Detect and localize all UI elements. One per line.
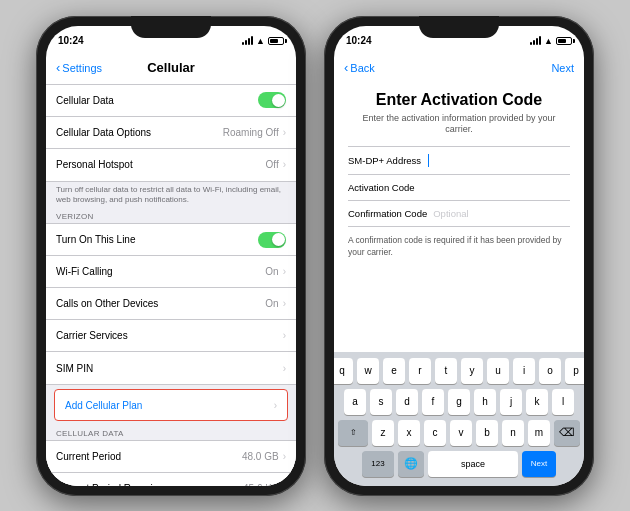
sim-pin-right: › bbox=[283, 363, 286, 374]
battery-icon-1 bbox=[268, 37, 284, 45]
key-next[interactable]: Next bbox=[522, 451, 556, 477]
phone-1-screen: 10:24 ▲ ‹ Se bbox=[46, 26, 296, 486]
chevron-carrier-services: › bbox=[283, 330, 286, 341]
current-period-label: Current Period bbox=[56, 451, 121, 462]
chevron-wifi-calling: › bbox=[283, 266, 286, 277]
key-emoji[interactable]: 🌐 bbox=[398, 451, 424, 477]
key-c[interactable]: c bbox=[424, 420, 446, 446]
signal-icon-2 bbox=[530, 36, 541, 45]
key-x[interactable]: x bbox=[398, 420, 420, 446]
current-period-roaming-value: 45.6 KB bbox=[243, 483, 279, 485]
activation-subtitle: Enter the activation information provide… bbox=[348, 113, 570, 136]
cellular-note: Turn off cellular data to restrict all d… bbox=[46, 182, 296, 209]
nav-bar-2: ‹ Back Next bbox=[334, 52, 584, 84]
keyboard: q w e r t y u i o p a s d f g h bbox=[334, 352, 584, 486]
key-w[interactable]: w bbox=[357, 358, 379, 384]
current-period-right: 48.0 GB › bbox=[242, 451, 286, 462]
personal-hotspot-right: Off › bbox=[266, 159, 287, 170]
list-item-calls-other-devices[interactable]: Calls on Other Devices On › bbox=[46, 288, 296, 320]
key-i[interactable]: i bbox=[513, 358, 535, 384]
keyboard-row-3: ⇧ z x c v b n m ⌫ bbox=[338, 420, 580, 446]
back-button-1[interactable]: ‹ Settings bbox=[56, 60, 102, 75]
list-item-current-period-roaming[interactable]: Current Period Roaming 45.6 KB › bbox=[46, 473, 296, 485]
verizon-group: Turn On This Line Wi-Fi Calling On › Cal… bbox=[46, 223, 296, 385]
chevron-calls-other: › bbox=[283, 298, 286, 309]
phone-1: 10:24 ▲ ‹ Se bbox=[36, 16, 306, 496]
key-k[interactable]: k bbox=[526, 389, 548, 415]
key-s[interactable]: s bbox=[370, 389, 392, 415]
list-item-sim-pin[interactable]: SIM PIN › bbox=[46, 352, 296, 384]
activation-field-smdp[interactable]: SM-DP+ Address bbox=[348, 147, 570, 175]
wifi-icon-2: ▲ bbox=[544, 36, 553, 46]
turn-on-line-toggle[interactable] bbox=[258, 232, 286, 248]
key-o[interactable]: o bbox=[539, 358, 561, 384]
chevron-add-plan: › bbox=[274, 400, 277, 411]
notch-1 bbox=[131, 16, 211, 38]
back-label-2: Back bbox=[350, 62, 374, 74]
calls-other-devices-label: Calls on Other Devices bbox=[56, 298, 158, 309]
key-v[interactable]: v bbox=[450, 420, 472, 446]
key-d[interactable]: d bbox=[396, 389, 418, 415]
key-space[interactable]: space bbox=[428, 451, 518, 477]
nav-title-1: Cellular bbox=[147, 60, 195, 75]
key-f[interactable]: f bbox=[422, 389, 444, 415]
confirmation-code-input[interactable]: Optional bbox=[433, 208, 570, 219]
next-button[interactable]: Next bbox=[551, 62, 574, 74]
key-g[interactable]: g bbox=[448, 389, 470, 415]
key-j[interactable]: j bbox=[500, 389, 522, 415]
verizon-section-label: VERIZON bbox=[46, 208, 296, 223]
activation-field-group: SM-DP+ Address Activation Code Confirmat… bbox=[348, 146, 570, 227]
key-123[interactable]: 123 bbox=[362, 451, 394, 477]
keyboard-row-4: 123 🌐 space Next bbox=[338, 451, 580, 477]
activation-field-code[interactable]: Activation Code bbox=[348, 175, 570, 201]
key-r[interactable]: r bbox=[409, 358, 431, 384]
cellular-data-label: Cellular Data bbox=[56, 95, 114, 106]
carrier-services-right: › bbox=[283, 330, 286, 341]
key-u[interactable]: u bbox=[487, 358, 509, 384]
wifi-calling-value: On bbox=[265, 266, 278, 277]
back-button-2[interactable]: ‹ Back bbox=[344, 60, 375, 75]
smdp-label: SM-DP+ Address bbox=[348, 155, 421, 166]
main-group: Cellular Data Cellular Data Options Roam… bbox=[46, 84, 296, 182]
key-m[interactable]: m bbox=[528, 420, 550, 446]
activation-field-confirm[interactable]: Confirmation Code Optional bbox=[348, 201, 570, 227]
key-e[interactable]: e bbox=[383, 358, 405, 384]
list-item-add-cellular-plan[interactable]: Add Cellular Plan › bbox=[54, 389, 288, 421]
cellular-data-options-value: Roaming Off bbox=[223, 127, 279, 138]
list-item-cellular-data-options[interactable]: Cellular Data Options Roaming Off › bbox=[46, 117, 296, 149]
battery-icon-2 bbox=[556, 37, 572, 45]
list-item-carrier-services[interactable]: Carrier Services › bbox=[46, 320, 296, 352]
phone-2-screen: 10:24 ▲ ‹ Ba bbox=[334, 26, 584, 486]
chevron-current-period: › bbox=[283, 451, 286, 462]
list-item-turn-on-line[interactable]: Turn On This Line bbox=[46, 224, 296, 256]
key-y[interactable]: y bbox=[461, 358, 483, 384]
key-h[interactable]: h bbox=[474, 389, 496, 415]
back-chevron-2: ‹ bbox=[344, 60, 348, 75]
wifi-icon-1: ▲ bbox=[256, 36, 265, 46]
key-b[interactable]: b bbox=[476, 420, 498, 446]
wifi-calling-label: Wi-Fi Calling bbox=[56, 266, 113, 277]
key-n[interactable]: n bbox=[502, 420, 524, 446]
list-item-current-period[interactable]: Current Period 48.0 GB › bbox=[46, 441, 296, 473]
add-cellular-plan-label: Add Cellular Plan bbox=[65, 400, 142, 411]
key-q[interactable]: q bbox=[334, 358, 353, 384]
list-item-personal-hotspot[interactable]: Personal Hotspot Off › bbox=[46, 149, 296, 181]
current-period-value: 48.0 GB bbox=[242, 451, 279, 462]
key-shift[interactable]: ⇧ bbox=[338, 420, 368, 446]
calls-other-devices-right: On › bbox=[265, 298, 286, 309]
key-p[interactable]: p bbox=[565, 358, 584, 384]
key-delete[interactable]: ⌫ bbox=[554, 420, 580, 446]
key-t[interactable]: t bbox=[435, 358, 457, 384]
key-l[interactable]: l bbox=[552, 389, 574, 415]
list-item-wifi-calling[interactable]: Wi-Fi Calling On › bbox=[46, 256, 296, 288]
smdp-input[interactable] bbox=[427, 154, 570, 167]
turn-on-line-label: Turn On This Line bbox=[56, 234, 135, 245]
key-z[interactable]: z bbox=[372, 420, 394, 446]
time-1: 10:24 bbox=[58, 35, 84, 46]
status-icons-2: ▲ bbox=[530, 36, 572, 46]
key-a[interactable]: a bbox=[344, 389, 366, 415]
cellular-data-toggle[interactable] bbox=[258, 92, 286, 108]
list-item-cellular-data[interactable]: Cellular Data bbox=[46, 85, 296, 117]
personal-hotspot-label: Personal Hotspot bbox=[56, 159, 133, 170]
notch-2 bbox=[419, 16, 499, 38]
